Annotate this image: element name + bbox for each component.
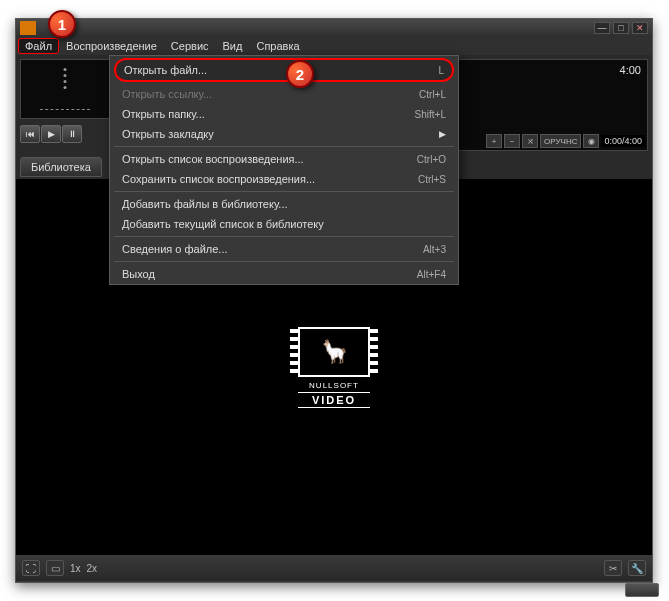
shortcut: Ctrl+O xyxy=(417,154,446,165)
menu-label: Открыть папку... xyxy=(122,108,205,120)
bottombar-right: ✂ 🔧 xyxy=(604,560,646,576)
menu-open-url[interactable]: Открыть ссылку... Ctrl+L xyxy=(110,84,458,104)
menu-label: Сведения о файле... xyxy=(122,243,228,255)
bottombar: ⛶ ▭ 1x 2x ✂ 🔧 xyxy=(16,555,652,581)
menu-label: Открыть закладку xyxy=(122,128,214,140)
bottombar-left: ⛶ ▭ 1x 2x xyxy=(22,560,97,576)
pl-add-button[interactable]: + xyxy=(486,134,502,148)
menu-label: Добавить файлы в библиотеку... xyxy=(122,198,288,210)
menu-service[interactable]: Сервис xyxy=(164,38,216,54)
time-display: 0:00/4:00 xyxy=(601,135,645,147)
resize-grip[interactable] xyxy=(625,583,659,597)
menu-help[interactable]: Справка xyxy=(249,38,306,54)
visualizer-panel: ⏮ ▶ ⏸ xyxy=(16,55,114,155)
crop-button[interactable]: ✂ xyxy=(604,560,622,576)
menu-save-playlist[interactable]: Сохранить список воспроизведения... Ctrl… xyxy=(110,169,458,189)
menu-file-info[interactable]: Сведения о файле... Alt+3 xyxy=(110,239,458,259)
prev-button[interactable]: ⏮ xyxy=(20,125,40,143)
size-1x[interactable]: 1x xyxy=(70,563,81,574)
menu-add-files[interactable]: Добавить файлы в библиотеку... xyxy=(110,194,458,214)
file-menu-dropdown: Открыть файл... L Открыть ссылку... Ctrl… xyxy=(109,55,459,285)
chevron-right-icon: ▶ xyxy=(439,129,446,139)
track-duration: 4:00 xyxy=(620,64,641,76)
visualizer xyxy=(20,59,110,119)
pl-shuffle-button[interactable]: ⤨ xyxy=(522,134,538,148)
menu-label: Добавить текущий список в библиотеку xyxy=(122,218,324,230)
shortcut: Ctrl+L xyxy=(419,89,446,100)
pl-mode-button[interactable]: ОРУЧНС xyxy=(540,134,581,148)
window-buttons: — □ ✕ xyxy=(594,22,648,34)
app-icon xyxy=(20,21,36,35)
menu-open-file[interactable]: Открыть файл... L xyxy=(114,58,454,82)
playlist-controls: + − ⤨ ОРУЧНС ◉ 0:00/4:00 xyxy=(486,134,645,148)
settings-button[interactable]: 🔧 xyxy=(628,560,646,576)
menu-label: Открыть ссылку... xyxy=(122,88,212,100)
shortcut: Alt+F4 xyxy=(417,269,446,280)
pl-remove-button[interactable]: − xyxy=(504,134,520,148)
shortcut: Shift+L xyxy=(415,109,446,120)
logo-brand: NULLSOFT xyxy=(298,381,370,390)
nullsoft-logo: 🦙 NULLSOFT VIDEO xyxy=(298,327,370,408)
menu-separator xyxy=(114,146,454,147)
menu-separator xyxy=(114,191,454,192)
pause-button[interactable]: ⏸ xyxy=(62,125,82,143)
llama-icon: 🦙 xyxy=(321,339,348,365)
menu-label: Сохранить список воспроизведения... xyxy=(122,173,315,185)
menu-add-current[interactable]: Добавить текущий список в библиотеку xyxy=(110,214,458,234)
pl-misc-button[interactable]: ◉ xyxy=(583,134,599,148)
logo-video: VIDEO xyxy=(298,392,370,408)
size-2x[interactable]: 2x xyxy=(87,563,98,574)
shortcut: Alt+3 xyxy=(423,244,446,255)
close-button[interactable]: ✕ xyxy=(632,22,648,34)
tab-library[interactable]: Библиотека xyxy=(20,157,102,177)
view-button[interactable]: ▭ xyxy=(46,560,64,576)
play-button[interactable]: ▶ xyxy=(41,125,61,143)
titlebar: — □ ✕ xyxy=(16,19,652,37)
menu-label: Открыть файл... xyxy=(124,64,207,76)
menu-view[interactable]: Вид xyxy=(216,38,250,54)
shortcut: Ctrl+S xyxy=(418,174,446,185)
menu-label: Выход xyxy=(122,268,155,280)
minimize-button[interactable]: — xyxy=(594,22,610,34)
maximize-button[interactable]: □ xyxy=(613,22,629,34)
menu-file[interactable]: Файл xyxy=(18,38,59,54)
annotation-marker-2: 2 xyxy=(286,60,314,88)
transport-controls: ⏮ ▶ ⏸ xyxy=(20,125,110,143)
annotation-marker-1: 1 xyxy=(48,10,76,38)
menu-separator xyxy=(114,261,454,262)
menu-label: Открыть список воспроизведения... xyxy=(122,153,304,165)
menu-open-playlist[interactable]: Открыть список воспроизведения... Ctrl+O xyxy=(110,149,458,169)
shortcut: L xyxy=(438,65,444,76)
fullscreen-button[interactable]: ⛶ xyxy=(22,560,40,576)
menu-open-bookmark[interactable]: Открыть закладку ▶ xyxy=(110,124,458,144)
menu-separator xyxy=(114,236,454,237)
menu-playback[interactable]: Воспроизведение xyxy=(59,38,164,54)
menu-open-folder[interactable]: Открыть папку... Shift+L xyxy=(110,104,458,124)
menubar: Файл Воспроизведение Сервис Вид Справка xyxy=(16,37,652,55)
film-icon: 🦙 xyxy=(298,327,370,377)
menu-exit[interactable]: Выход Alt+F4 xyxy=(110,264,458,284)
